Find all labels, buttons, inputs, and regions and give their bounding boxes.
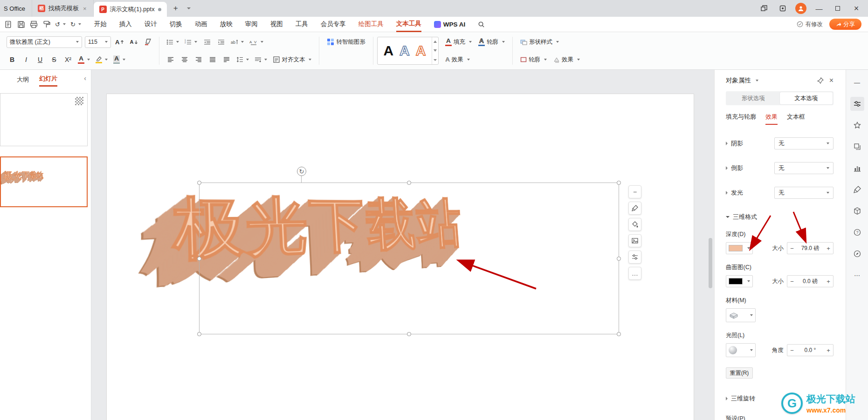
- wordart-gallery[interactable]: A A A: [377, 37, 439, 65]
- font-color-button[interactable]: A: [76, 54, 91, 66]
- depth-color-select[interactable]: [726, 242, 753, 254]
- more-options-icon[interactable]: …: [628, 267, 641, 280]
- menu-member[interactable]: 会员专享: [321, 17, 346, 32]
- handle-bottom-left[interactable]: [197, 332, 201, 336]
- redo-icon[interactable]: ↻: [70, 21, 81, 28]
- decrease-font-icon[interactable]: A: [128, 36, 139, 48]
- distribute-icon[interactable]: [221, 54, 232, 66]
- tab-shape-options[interactable]: 形状选项: [727, 92, 780, 104]
- shape-outline-button[interactable]: 轮廓: [518, 54, 549, 66]
- slide-thumbnail-1[interactable]: [0, 93, 88, 146]
- subtab-effects[interactable]: 效果: [765, 113, 778, 125]
- menu-view[interactable]: 视图: [270, 17, 283, 32]
- subtab-fill-outline[interactable]: 填充与轮廓: [726, 113, 756, 125]
- strikethrough-button[interactable]: S: [48, 54, 60, 66]
- new-tab-button[interactable]: +: [170, 2, 182, 14]
- image-style-icon[interactable]: [628, 234, 641, 247]
- text-direction-icon[interactable]: ab: [229, 36, 245, 48]
- depth-size-value[interactable]: 79.0 磅: [797, 244, 824, 252]
- pin-icon[interactable]: [817, 77, 824, 84]
- clear-format-icon[interactable]: [142, 36, 153, 48]
- character-shading-button[interactable]: A: [112, 54, 127, 66]
- text-effect-button[interactable]: A效果: [443, 54, 472, 66]
- integrations-icon[interactable]: [777, 2, 789, 14]
- contour-size-decrease-button[interactable]: −: [787, 276, 797, 287]
- section-3d-format[interactable]: 三维格式: [726, 213, 834, 221]
- light-select[interactable]: [726, 343, 756, 357]
- wordart-scroll-down-icon[interactable]: [432, 46, 438, 55]
- tab-list-icon[interactable]: [185, 2, 193, 14]
- line-spacing-icon[interactable]: [235, 54, 250, 66]
- menu-wps-ai[interactable]: WPS AI: [434, 17, 466, 32]
- canvas-scrollbar[interactable]: [709, 73, 712, 417]
- menu-transition[interactable]: 切换: [170, 17, 182, 32]
- subtab-textbox[interactable]: 文本框: [787, 113, 805, 125]
- user-avatar[interactable]: [795, 3, 806, 14]
- wordart-gallery-expand-icon[interactable]: [432, 55, 438, 64]
- superscript-button[interactable]: X²: [62, 54, 74, 66]
- layers-icon[interactable]: [850, 140, 864, 154]
- font-name-select[interactable]: 微软雅黑 (正文): [7, 36, 82, 48]
- text-fill-button[interactable]: A填充: [443, 36, 474, 48]
- scrollbar-thumb[interactable]: [709, 238, 712, 288]
- rotation-handle[interactable]: ↻: [297, 167, 306, 176]
- wordart-scroll-up-icon[interactable]: [432, 37, 438, 46]
- align-text-button[interactable]: 对齐文本: [271, 54, 313, 66]
- navigation-compass-icon[interactable]: [850, 247, 864, 261]
- paragraph-spacing-icon[interactable]: [253, 54, 269, 66]
- shape-style-button[interactable]: 形状样式: [518, 36, 561, 48]
- modified-status[interactable]: 有修改: [797, 20, 823, 28]
- panel-title[interactable]: 对象属性: [726, 76, 758, 85]
- format-painter-icon[interactable]: [42, 20, 50, 28]
- reflection-select[interactable]: 无: [774, 162, 834, 174]
- angle-value[interactable]: 0.0 °: [797, 347, 824, 353]
- file-menu-icon[interactable]: [5, 20, 13, 28]
- slide-thumbnail-2[interactable]: 极光下载站: [0, 156, 88, 207]
- wordart-preset-blue-outline[interactable]: A: [400, 43, 410, 59]
- material-select[interactable]: [726, 308, 756, 322]
- glow-select[interactable]: 无: [774, 187, 834, 199]
- increase-font-icon[interactable]: A: [114, 36, 125, 48]
- close-tab-icon[interactable]: ×: [82, 5, 88, 12]
- help-icon[interactable]: ?: [850, 225, 864, 239]
- bullet-list-icon[interactable]: [165, 36, 180, 48]
- section-reflection[interactable]: 倒影: [726, 164, 743, 172]
- depth-size-decrease-button[interactable]: −: [787, 243, 797, 254]
- close-panel-icon[interactable]: ×: [829, 76, 834, 85]
- smart-graphic-button[interactable]: 转智能图形: [325, 36, 367, 48]
- angle-increase-button[interactable]: +: [824, 345, 833, 356]
- wordart-preset-plain[interactable]: A: [383, 43, 393, 59]
- menu-insert[interactable]: 插入: [119, 17, 132, 32]
- app-logo[interactable]: S Office: [0, 5, 32, 12]
- align-center-icon[interactable]: [179, 54, 190, 66]
- doc-tab-template[interactable]: 稻 找稿壳模板 ×: [32, 0, 94, 17]
- reset-button[interactable]: 重置(R): [726, 367, 753, 379]
- angle-decrease-button[interactable]: −: [787, 345, 797, 356]
- print-icon[interactable]: [30, 20, 38, 28]
- format-brush-icon[interactable]: [628, 202, 641, 215]
- wordart-preset-orange-outline[interactable]: A: [416, 43, 426, 59]
- tab-text-options[interactable]: 文本选项: [780, 92, 833, 104]
- handle-middle-right[interactable]: [617, 257, 621, 261]
- bold-button[interactable]: B: [7, 54, 18, 66]
- menu-animation[interactable]: 动画: [195, 17, 207, 32]
- decrease-indent-icon[interactable]: [201, 36, 213, 48]
- properties-sliders-icon[interactable]: [628, 251, 641, 264]
- handle-bottom-right[interactable]: [617, 332, 621, 336]
- font-size-select[interactable]: 115: [85, 36, 111, 48]
- selection-box[interactable]: [199, 183, 619, 334]
- text-outline-button[interactable]: A轮廓: [476, 36, 507, 48]
- shape-effect-button[interactable]: 效果: [551, 54, 582, 66]
- increase-indent-icon[interactable]: [215, 36, 227, 48]
- handle-top-center[interactable]: [407, 181, 411, 185]
- brush-tools-icon[interactable]: [850, 183, 864, 196]
- save-icon[interactable]: [17, 20, 25, 28]
- minimize-window-icon[interactable]: —: [813, 2, 825, 14]
- menu-review[interactable]: 审阅: [245, 17, 258, 32]
- menu-home[interactable]: 开始: [94, 17, 107, 32]
- align-left-icon[interactable]: [165, 54, 176, 66]
- shadow-select[interactable]: 无: [774, 137, 834, 149]
- search-icon[interactable]: [478, 17, 485, 32]
- numbered-list-icon[interactable]: 12: [183, 36, 199, 48]
- share-button[interactable]: 分享: [829, 19, 861, 30]
